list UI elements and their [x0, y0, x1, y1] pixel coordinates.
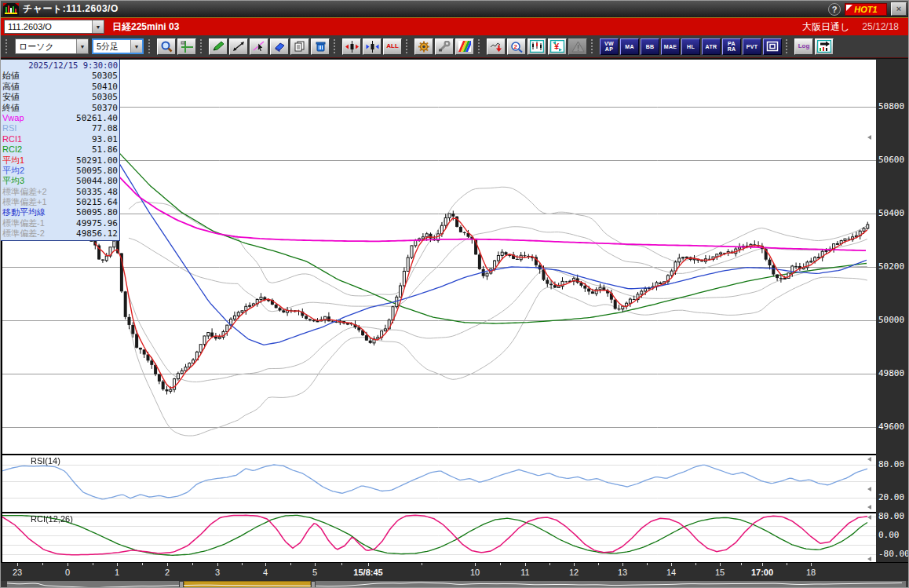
chart-window-button[interactable]	[528, 38, 546, 55]
field-value: 50335.48	[76, 187, 118, 197]
chart-type-select[interactable]: ローソク▼	[15, 38, 89, 54]
pane-scroll-arrow-icon[interactable]	[867, 135, 871, 140]
eraser-button[interactable]	[270, 38, 289, 55]
rsi-pane	[1, 454, 876, 512]
timeframe-select[interactable]: 5分足▼	[92, 38, 144, 54]
time-tick	[167, 563, 168, 566]
time-tick	[671, 563, 672, 566]
candle-width-expand-button[interactable]	[342, 38, 361, 55]
ma-button[interactable]: MA	[620, 38, 639, 55]
dropdown-arrow-icon[interactable]: ▼	[130, 40, 142, 53]
candle-shrink-icon	[366, 41, 379, 53]
copy-icon	[294, 41, 306, 52]
symbol-value: 111.2603/O	[5, 22, 92, 31]
field-label: 安値	[2, 92, 20, 102]
time-axis-label: 1	[115, 568, 119, 577]
rci-pane-label: RCI(12,26)	[31, 514, 73, 524]
time-tick	[315, 563, 316, 566]
field-value: 77.08	[92, 123, 118, 133]
time-tick	[720, 563, 721, 566]
field-value: 50095.80	[76, 166, 118, 176]
time-tick	[217, 563, 218, 566]
pane-scroll-arrow-icon[interactable]	[867, 515, 871, 520]
copy-button[interactable]	[290, 38, 309, 55]
time-minor-tick	[42, 563, 43, 565]
field-value: 50261.40	[76, 113, 118, 123]
field-label: 平均1	[2, 155, 24, 166]
price-axis-label: 50400	[878, 208, 904, 218]
time-axis-label: 5	[312, 568, 317, 577]
toolbar-grip-icon	[200, 39, 206, 53]
chart-save-button[interactable]	[487, 38, 506, 55]
para-button[interactable]: PARA	[722, 38, 741, 55]
price-chart-canvas[interactable]	[1, 60, 876, 454]
pane-scroll-arrow-icon[interactable]	[867, 505, 871, 509]
time-tick	[475, 563, 476, 566]
rsi-chart-canvas[interactable]	[1, 455, 876, 512]
price-window-button[interactable]: ¥	[548, 38, 567, 55]
dropdown-arrow-icon[interactable]: ▼	[76, 39, 88, 53]
help-button[interactable]: ?	[828, 3, 841, 16]
frame-button[interactable]	[763, 38, 782, 55]
time-tick	[68, 563, 68, 566]
pane-scroll-arrow-icon[interactable]	[867, 457, 871, 462]
toolbar-items: ローソク▼5分足▼ALL2¥VWAPMABBMAEHLATRPARAPVTLog	[2, 38, 834, 55]
zoom-button[interactable]	[157, 38, 176, 55]
data-panel-row: 平均150291.00	[2, 155, 118, 166]
price-axis-label: 50000	[878, 315, 904, 325]
time-axis-label: 0	[65, 568, 70, 577]
toolbar-grip-icon	[148, 39, 154, 53]
jump-latest-button[interactable]	[815, 38, 834, 55]
delete-button[interactable]	[311, 38, 330, 55]
wrench-icon	[438, 41, 451, 52]
show-all-button[interactable]: ALL	[383, 38, 402, 55]
time-tick	[574, 563, 575, 566]
candle-width-shrink-button[interactable]	[363, 38, 381, 55]
mae-button[interactable]: MAE	[661, 38, 680, 55]
time-axis-label: 23	[13, 568, 22, 577]
time-axis-label: 11	[520, 568, 529, 577]
close-button[interactable]: ×	[891, 2, 907, 16]
time-axis-label: 15	[715, 568, 725, 577]
select-line-button[interactable]	[250, 38, 268, 55]
pvt-button[interactable]: PVT	[743, 38, 761, 55]
hot1-badge[interactable]: HOT1	[845, 3, 887, 16]
bb-button[interactable]: BB	[641, 38, 659, 55]
toolbar-grip-icon	[478, 39, 484, 53]
log-scale-button[interactable]: Log	[794, 38, 813, 55]
pane-scroll-arrow-icon[interactable]	[867, 557, 871, 561]
trendline-button[interactable]	[229, 38, 248, 55]
draw-pencil-button[interactable]	[209, 38, 228, 55]
title-bar[interactable]: チャート:111.2603/O ? HOT1 ×	[1, 1, 909, 18]
rci-pane	[1, 512, 876, 562]
toolbar-grip-icon	[5, 39, 11, 53]
atr-button[interactable]: ATR	[702, 38, 721, 55]
pane-scroll-arrow-icon[interactable]	[867, 487, 871, 491]
time-minor-tick	[787, 563, 787, 565]
symbol-select[interactable]: 111.2603/O ▼	[4, 20, 104, 34]
crosshair-button[interactable]	[177, 38, 196, 55]
chart-navigator[interactable]	[1, 581, 909, 588]
rci-chart-canvas[interactable]	[1, 513, 876, 562]
time-tick	[265, 563, 266, 566]
dropdown-arrow-icon[interactable]: ▼	[92, 20, 104, 33]
hl-button[interactable]: HL	[681, 38, 700, 55]
colors-button[interactable]	[455, 38, 474, 55]
data-panel-row: RCI251.86	[2, 144, 118, 155]
price-axis[interactable]: 5080050600504005020050000498004960080.00…	[876, 60, 906, 562]
vwap-button[interactable]: VWAP	[600, 38, 619, 55]
time-tick	[368, 563, 369, 566]
quote-timestamp: 2025/12/15 9:30:00	[2, 60, 118, 71]
square-frame-icon	[766, 41, 779, 52]
price-axis-label: 50600	[878, 155, 904, 165]
time-axis[interactable]: 2301234515/8:4510111213141517:0018	[1, 562, 909, 581]
field-value: 50215.64	[76, 197, 118, 207]
symbol-bar: 111.2603/O ▼ 日経225mini 03 大阪日通し 25/12/18	[1, 18, 909, 35]
settings-button[interactable]	[414, 38, 433, 55]
tools-button[interactable]	[435, 38, 454, 55]
data-panel-row: 終値50370	[2, 103, 118, 113]
zoom-mode-button[interactable]: 2	[507, 38, 526, 55]
navigator-canvas[interactable]	[1, 581, 909, 588]
time-minor-tick	[422, 563, 422, 565]
field-value: 50095.80	[76, 207, 118, 217]
